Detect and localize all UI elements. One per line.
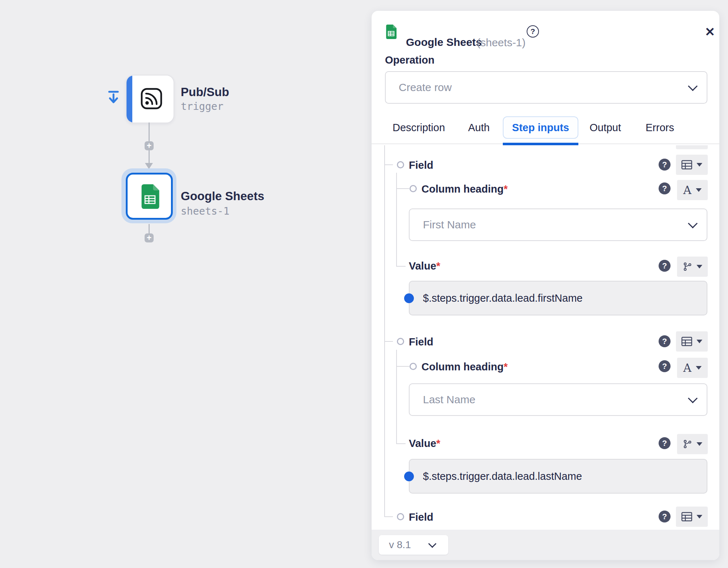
add-step-button[interactable]: + — [145, 141, 154, 150]
tree-tick — [384, 341, 393, 342]
workflow-canvas[interactable]: Pub/Sub trigger + Google Sheets sheets-1 — [0, 0, 372, 568]
tab-output[interactable]: Output — [590, 121, 621, 134]
field-bullet-icon — [397, 513, 404, 520]
chevron-down-icon — [688, 219, 698, 228]
node-sheets-title: Google Sheets — [181, 189, 264, 203]
close-icon[interactable]: ✕ — [703, 25, 717, 39]
google-sheets-icon — [386, 25, 397, 39]
field-type-reference-button[interactable] — [677, 257, 708, 277]
trigger-import-icon — [108, 90, 119, 104]
tree-tick — [396, 443, 406, 444]
caret-down-icon — [697, 163, 702, 167]
help-icon[interactable]: ? — [659, 360, 671, 372]
field-type-table-button[interactable] — [676, 507, 708, 527]
step-config-panel: Google Sheets (sheets-1) ? ✕ Operation C… — [372, 11, 719, 560]
workflow-builder-screen: Pub/Sub trigger + Google Sheets sheets-1 — [0, 0, 728, 568]
table-icon — [681, 160, 692, 169]
operation-select[interactable]: Create row — [385, 71, 707, 104]
trigger-stripe — [127, 76, 132, 122]
tree-tick — [384, 516, 393, 517]
help-icon[interactable]: ? — [659, 511, 671, 522]
field-label: Field — [409, 159, 433, 171]
tree-tick — [396, 188, 409, 189]
version-label: v 8.1 — [389, 535, 411, 555]
tree-tick — [396, 366, 409, 367]
column-heading-bullet-icon — [410, 185, 417, 192]
tab-errors[interactable]: Errors — [646, 121, 674, 134]
caret-down-icon — [697, 265, 702, 268]
panel-title: Google Sheets — [406, 36, 482, 48]
help-icon[interactable]: ? — [659, 260, 671, 272]
help-icon[interactable]: ? — [659, 159, 671, 171]
chevron-down-icon — [688, 393, 698, 403]
caret-down-icon — [697, 442, 702, 446]
value-text: Value — [409, 260, 436, 272]
chevron-down-icon — [688, 81, 698, 91]
help-icon[interactable]: ? — [659, 437, 671, 449]
column-heading-select[interactable]: Last Name — [409, 383, 707, 416]
value-label: Value* — [409, 260, 440, 272]
required-asterisk: * — [436, 438, 440, 449]
field-label: Field — [409, 336, 433, 348]
text-type-icon: A — [683, 361, 691, 374]
tree-tick — [384, 164, 393, 165]
add-step-button[interactable]: + — [145, 233, 154, 242]
value-input[interactable]: $.steps.trigger.data.lead.firstName — [409, 281, 707, 315]
partial-control-button[interactable] — [676, 145, 708, 149]
column-heading-value: Last Name — [423, 384, 475, 415]
panel-instance-name: (sheets-1) — [477, 36, 526, 49]
field-type-table-button[interactable] — [676, 331, 708, 352]
caret-down-icon — [697, 515, 702, 518]
text-type-icon: A — [683, 184, 691, 197]
help-icon[interactable]: ? — [659, 182, 671, 194]
tab-auth[interactable]: Auth — [468, 121, 490, 134]
value-reference-text: $.steps.trigger.data.lead.lastName — [423, 460, 582, 493]
value-reference-text: $.steps.trigger.data.lead.firstName — [423, 281, 583, 315]
caret-down-icon — [696, 366, 702, 370]
column-heading-label: Column heading* — [421, 183, 508, 195]
chevron-down-icon — [428, 540, 437, 548]
value-input[interactable]: $.steps.trigger.data.lead.lastName — [409, 459, 707, 494]
tree-line — [396, 173, 397, 267]
node-pubsub-title: Pub/Sub — [181, 85, 229, 99]
field-type-reference-button[interactable] — [677, 434, 708, 454]
tab-step-inputs[interactable]: Step inputs — [503, 116, 578, 139]
node-google-sheets[interactable] — [126, 173, 173, 220]
tree-tick — [396, 266, 406, 267]
column-heading-text: Column heading — [421, 183, 504, 195]
reference-dot-icon — [404, 293, 414, 303]
operation-value: Create row — [399, 72, 452, 103]
node-pubsub-subtitle: trigger — [181, 100, 223, 112]
table-icon — [681, 512, 692, 521]
field-label: Field — [409, 511, 433, 523]
panel-help-icon[interactable]: ? — [527, 25, 539, 38]
help-icon[interactable]: ? — [659, 335, 671, 347]
reference-dot-icon — [404, 472, 414, 481]
operation-label: Operation — [385, 54, 434, 66]
panel-footer: v 8.1 — [372, 530, 719, 560]
field-type-table-button[interactable] — [676, 155, 708, 175]
caret-down-icon — [696, 188, 702, 192]
required-asterisk: * — [436, 260, 440, 272]
field-type-text-button[interactable]: A — [677, 358, 708, 378]
node-sheets-subtitle: sheets-1 — [181, 205, 230, 217]
tree-line — [396, 350, 397, 444]
value-label: Value* — [409, 438, 440, 449]
field-bullet-icon — [397, 161, 404, 168]
required-asterisk: * — [504, 183, 508, 195]
tab-description[interactable]: Description — [393, 121, 445, 134]
required-asterisk: * — [504, 361, 508, 373]
column-heading-bullet-icon — [410, 363, 417, 370]
field-type-text-button[interactable]: A — [677, 180, 708, 200]
column-heading-value: First Name — [423, 209, 476, 240]
column-heading-text: Column heading — [421, 361, 504, 373]
branch-icon — [683, 262, 692, 271]
pubsub-rss-icon — [140, 87, 163, 111]
table-icon — [681, 337, 692, 346]
caret-down-icon — [697, 340, 702, 343]
column-heading-select[interactable]: First Name — [409, 208, 707, 241]
version-select[interactable]: v 8.1 — [379, 535, 448, 555]
step-inputs-content[interactable]: Field ? Column heading* ? A First Name — [372, 145, 719, 530]
column-heading-label: Column heading* — [421, 361, 508, 373]
node-pubsub[interactable] — [126, 75, 174, 123]
